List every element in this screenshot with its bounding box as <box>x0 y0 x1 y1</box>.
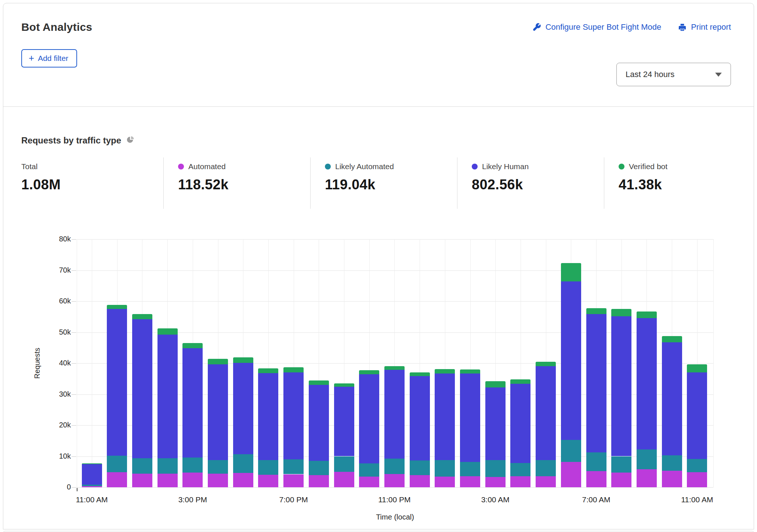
bar-2am-likely-human[interactable] <box>460 374 480 462</box>
bar-3pm-likely-automated[interactable] <box>182 458 203 473</box>
bar-9am-likely-automated[interactable] <box>637 449 657 469</box>
bar-8am-verified-bot[interactable] <box>611 309 631 316</box>
bar-8am-likely-automated[interactable] <box>611 456 631 473</box>
bar-8am-automated[interactable] <box>611 473 631 487</box>
bar-5pm-verified-bot[interactable] <box>233 357 253 363</box>
bar-10pm-automated[interactable] <box>359 477 379 487</box>
bar-6am-likely-human[interactable] <box>561 281 581 440</box>
bar-10am-likely-human[interactable] <box>662 342 682 455</box>
bar-7pm-likely-human[interactable] <box>283 372 304 459</box>
bar-10pm-likely-automated[interactable] <box>359 463 379 477</box>
bar-12pm-likely-automated[interactable] <box>107 456 127 472</box>
bar-7am-likely-automated[interactable] <box>586 452 606 471</box>
bar-1am-verified-bot[interactable] <box>435 369 455 374</box>
bar-11pm-likely-automated[interactable] <box>384 459 405 474</box>
bar-4pm-automated[interactable] <box>208 474 228 487</box>
bar-9pm-likely-automated[interactable] <box>334 456 354 472</box>
bar-2am-likely-automated[interactable] <box>460 462 480 476</box>
bar-8pm-likely-automated[interactable] <box>309 461 329 475</box>
bar-7pm-automated[interactable] <box>283 474 304 487</box>
bar-1am-likely-human[interactable] <box>435 374 455 460</box>
bar-6am-verified-bot[interactable] <box>561 263 581 281</box>
bar-7am-likely-human[interactable] <box>586 314 606 452</box>
bar-10am-likely-automated[interactable] <box>662 455 682 471</box>
bar-10am-automated[interactable] <box>662 471 682 487</box>
bar-1pm-verified-bot[interactable] <box>132 314 152 319</box>
bar-10pm-likely-human[interactable] <box>359 374 379 463</box>
bar-12pm-verified-bot[interactable] <box>107 305 127 309</box>
bar-5am-automated[interactable] <box>536 476 556 487</box>
bar-5am-likely-human[interactable] <box>536 366 556 460</box>
bar-12pm-automated[interactable] <box>107 472 127 487</box>
bar-4pm-verified-bot[interactable] <box>208 359 228 364</box>
bar-2pm-automated[interactable] <box>157 474 178 487</box>
bar-1pm-likely-automated[interactable] <box>132 458 152 473</box>
bar-5am-likely-automated[interactable] <box>536 460 556 476</box>
bar-11am-automated[interactable] <box>687 472 707 487</box>
bar-11am-verified-bot[interactable] <box>687 364 707 373</box>
bar-2pm-verified-bot[interactable] <box>157 328 178 335</box>
bar-12am-verified-bot[interactable] <box>410 372 430 376</box>
bar-1am-automated[interactable] <box>435 477 455 487</box>
bar-10am-verified-bot[interactable] <box>662 336 682 342</box>
bar-6pm-likely-human[interactable] <box>258 373 278 460</box>
bar-3pm-automated[interactable] <box>182 473 203 487</box>
bar-6pm-automated[interactable] <box>258 475 278 487</box>
bar-9am-verified-bot[interactable] <box>637 311 657 318</box>
bar-2am-automated[interactable] <box>460 476 480 487</box>
bar-11pm-likely-human[interactable] <box>384 370 405 459</box>
bar-1am-likely-automated[interactable] <box>435 460 455 477</box>
bar-8pm-automated[interactable] <box>309 475 329 487</box>
bar-4pm-likely-human[interactable] <box>208 364 228 460</box>
bar-11am-automated[interactable] <box>82 486 102 487</box>
bar-12am-automated[interactable] <box>410 475 430 487</box>
bar-4pm-likely-automated[interactable] <box>208 460 228 474</box>
bar-2am-verified-bot[interactable] <box>460 369 480 374</box>
bar-11am-likely-automated[interactable] <box>82 485 102 486</box>
bar-4am-likely-automated[interactable] <box>510 463 530 476</box>
bar-2pm-likely-human[interactable] <box>157 335 178 458</box>
bar-12pm-likely-human[interactable] <box>107 309 127 456</box>
bar-5pm-automated[interactable] <box>233 473 253 487</box>
bar-5am-verified-bot[interactable] <box>536 362 556 366</box>
bar-5pm-likely-human[interactable] <box>233 363 253 454</box>
bar-6pm-likely-automated[interactable] <box>258 460 278 475</box>
bar-10pm-verified-bot[interactable] <box>359 370 379 374</box>
bar-4am-verified-bot[interactable] <box>510 379 530 384</box>
bar-4am-likely-human[interactable] <box>510 384 530 463</box>
bar-2pm-likely-automated[interactable] <box>157 458 178 473</box>
bar-12am-likely-human[interactable] <box>410 376 430 460</box>
bar-8am-likely-human[interactable] <box>611 316 631 456</box>
bar-8pm-verified-bot[interactable] <box>309 380 329 385</box>
bar-6am-automated[interactable] <box>561 462 581 487</box>
bar-1pm-likely-human[interactable] <box>132 319 152 458</box>
bar-11am-likely-human[interactable] <box>82 464 102 485</box>
bar-9am-likely-human[interactable] <box>637 318 657 449</box>
y-axis-tick <box>72 456 76 457</box>
bar-11pm-automated[interactable] <box>384 474 405 487</box>
bar-4am-automated[interactable] <box>510 476 530 487</box>
bar-9pm-likely-human[interactable] <box>334 387 354 456</box>
bar-3pm-verified-bot[interactable] <box>182 343 203 348</box>
bar-11am-likely-human[interactable] <box>687 372 707 459</box>
bar-3am-likely-automated[interactable] <box>485 460 506 477</box>
bar-9am-automated[interactable] <box>637 469 657 487</box>
bar-11pm-verified-bot[interactable] <box>384 366 405 370</box>
bar-11am-likely-automated[interactable] <box>687 459 707 472</box>
bar-6pm-verified-bot[interactable] <box>258 368 278 374</box>
bar-1pm-automated[interactable] <box>132 474 152 487</box>
bar-7pm-verified-bot[interactable] <box>283 367 304 372</box>
bar-3am-likely-human[interactable] <box>485 387 506 460</box>
bar-5pm-likely-automated[interactable] <box>233 454 253 473</box>
bar-3am-automated[interactable] <box>485 477 506 487</box>
bar-6am-likely-automated[interactable] <box>561 440 581 462</box>
bar-7am-verified-bot[interactable] <box>586 308 606 314</box>
bar-7pm-likely-automated[interactable] <box>283 459 304 474</box>
bar-8pm-likely-human[interactable] <box>309 385 329 461</box>
bar-12am-likely-automated[interactable] <box>410 460 430 475</box>
bar-3pm-likely-human[interactable] <box>182 348 203 458</box>
bar-3am-verified-bot[interactable] <box>485 381 506 387</box>
bar-9pm-verified-bot[interactable] <box>334 383 354 387</box>
bar-7am-automated[interactable] <box>586 471 606 487</box>
bar-9pm-automated[interactable] <box>334 472 354 487</box>
